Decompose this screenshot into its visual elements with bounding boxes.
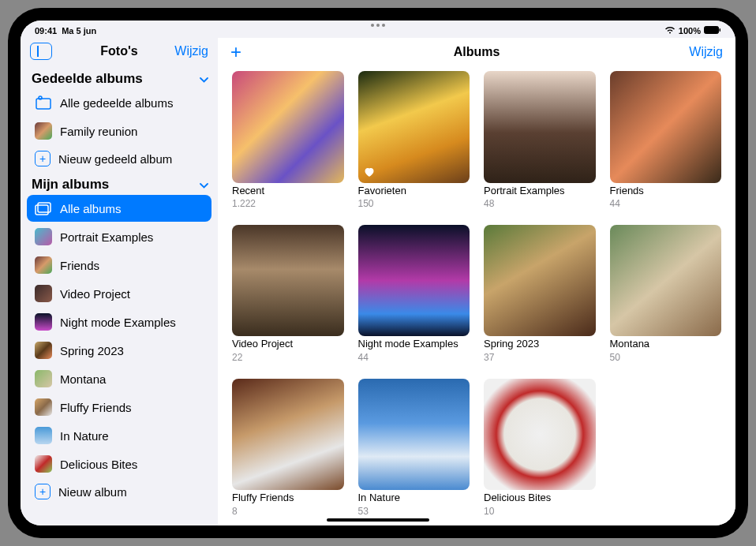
chevron-down-icon xyxy=(200,179,208,191)
sidebar-item-friends[interactable]: Friends xyxy=(27,252,211,279)
albums-stack-icon xyxy=(35,200,52,217)
album-thumbnail xyxy=(484,71,596,183)
album-count: 44 xyxy=(610,199,722,209)
multitask-indicator[interactable] xyxy=(371,24,385,27)
album-spring-2023[interactable]: Spring 2023 37 xyxy=(484,225,596,363)
album-thumbnail xyxy=(232,225,344,337)
sidebar-item-video-project[interactable]: Video Project xyxy=(27,280,211,307)
album-thumbnail-icon xyxy=(35,398,52,416)
sidebar-item-new-album[interactable]: + Nieuw album xyxy=(27,479,211,504)
sidebar-item-label: Nieuw album xyxy=(58,485,127,499)
sidebar-item-delicious-bites[interactable]: Delicious Bites xyxy=(27,451,211,477)
sidebar-item-family-reunion[interactable]: Family reunion xyxy=(27,118,211,144)
album-thumbnail xyxy=(484,225,596,337)
album-count: 22 xyxy=(232,353,344,363)
albums-grid: Recent 1.222 Favorieten 150 xyxy=(218,68,735,525)
battery-percent: 100% xyxy=(679,26,701,36)
sidebar-item-label: In Nature xyxy=(60,429,109,443)
sidebar: Foto's Wijzig Gedeelde albums Alle gedee… xyxy=(21,38,218,525)
album-name: Fluffy Friends xyxy=(232,492,344,503)
sidebar-item-new-shared-album[interactable]: + Nieuw gedeeld album xyxy=(27,146,211,171)
sidebar-toggle-button[interactable] xyxy=(30,43,52,60)
album-count: 44 xyxy=(358,353,470,363)
sidebar-item-night-mode-examples[interactable]: Night mode Examples xyxy=(27,309,211,335)
svg-point-3 xyxy=(39,96,42,99)
album-thumbnail-icon xyxy=(35,122,52,140)
main-content: + Albums Wijzig Recent 1.222 xyxy=(218,38,735,525)
album-count: 1.222 xyxy=(232,199,344,209)
add-album-button[interactable]: + xyxy=(230,43,241,62)
album-name: Night mode Examples xyxy=(358,338,470,350)
album-count: 53 xyxy=(358,507,470,517)
svg-rect-1 xyxy=(720,28,721,32)
album-montana[interactable]: Montana 50 xyxy=(610,225,722,363)
sidebar-item-in-nature[interactable]: In Nature xyxy=(27,422,211,449)
sidebar-item-montana[interactable]: Montana xyxy=(27,365,211,392)
status-time: 09:41 xyxy=(35,26,57,36)
album-name: Spring 2023 xyxy=(484,338,596,350)
sidebar-edit-button[interactable]: Wijzig xyxy=(174,44,208,58)
album-thumbnail xyxy=(232,71,344,183)
album-name: Video Project xyxy=(232,338,344,350)
album-thumbnail-icon xyxy=(35,313,52,331)
plus-icon: + xyxy=(35,484,51,499)
album-name: Montana xyxy=(610,338,722,350)
album-count: 8 xyxy=(232,507,344,517)
album-name: Recent xyxy=(232,185,344,196)
battery-icon xyxy=(704,26,721,36)
album-thumbnail-icon xyxy=(35,370,52,387)
album-thumbnail-icon xyxy=(35,228,52,245)
album-name: Friends xyxy=(610,185,722,196)
album-favorites[interactable]: Favorieten 150 xyxy=(358,71,470,209)
sidebar-item-label: Video Project xyxy=(60,287,130,301)
album-night-mode-examples[interactable]: Night mode Examples 44 xyxy=(358,225,470,363)
sidebar-item-label: Alle gedeelde albums xyxy=(60,96,173,110)
album-portrait-examples[interactable]: Portrait Examples 48 xyxy=(484,71,596,209)
plus-icon: + xyxy=(35,151,51,166)
album-delicious-bites[interactable]: Delicious Bites 10 xyxy=(484,379,596,517)
status-date: Ma 5 jun xyxy=(62,26,96,36)
sidebar-item-label: Portrait Examples xyxy=(60,230,153,244)
album-thumbnail xyxy=(484,379,596,491)
heart-icon xyxy=(363,166,376,178)
shared-album-icon xyxy=(35,94,52,111)
album-count: 48 xyxy=(484,199,596,209)
section-header-shared[interactable]: Gedeelde albums xyxy=(21,66,218,88)
section-header-my-label: Mijn albums xyxy=(32,177,109,193)
album-thumbnail xyxy=(358,71,470,183)
sidebar-item-spring-2023[interactable]: Spring 2023 xyxy=(27,337,211,364)
album-friends[interactable]: Friends 44 xyxy=(610,71,722,209)
album-name: Favorieten xyxy=(358,185,470,196)
sidebar-item-label: Family reunion xyxy=(60,125,137,138)
album-thumbnail xyxy=(358,379,470,491)
album-fluffy-friends[interactable]: Fluffy Friends 8 xyxy=(232,379,344,517)
album-thumbnail-icon xyxy=(35,256,52,274)
sidebar-title: Foto's xyxy=(100,44,137,58)
chevron-down-icon xyxy=(200,73,208,85)
main-edit-button[interactable]: Wijzig xyxy=(689,45,723,59)
sidebar-item-label: Delicious Bites xyxy=(60,458,137,471)
album-in-nature[interactable]: In Nature 53 xyxy=(358,379,470,517)
album-count: 150 xyxy=(358,199,470,209)
album-thumbnail-icon xyxy=(35,455,52,473)
wifi-icon xyxy=(664,26,676,36)
album-video-project[interactable]: Video Project 22 xyxy=(232,225,344,363)
album-name: Portrait Examples xyxy=(484,185,596,196)
album-thumbnail xyxy=(358,225,470,337)
album-thumbnail xyxy=(232,379,344,491)
album-count: 37 xyxy=(484,353,596,363)
sidebar-item-portrait-examples[interactable]: Portrait Examples xyxy=(27,223,211,250)
sidebar-item-fluffy-friends[interactable]: Fluffy Friends xyxy=(27,394,211,421)
svg-rect-2 xyxy=(36,99,51,109)
album-count: 10 xyxy=(484,507,596,517)
home-indicator[interactable] xyxy=(327,518,429,522)
svg-rect-0 xyxy=(705,27,719,34)
section-header-my[interactable]: Mijn albums xyxy=(21,172,218,194)
sidebar-item-label: Nieuw gedeeld album xyxy=(58,152,172,166)
album-recent[interactable]: Recent 1.222 xyxy=(232,71,344,209)
album-thumbnail-icon xyxy=(35,285,52,302)
sidebar-item-label: Fluffy Friends xyxy=(60,401,132,414)
album-name: Delicious Bites xyxy=(484,492,596,503)
sidebar-item-all-albums[interactable]: Alle albums xyxy=(27,195,211,222)
sidebar-item-all-shared-albums[interactable]: Alle gedeelde albums xyxy=(27,89,211,116)
